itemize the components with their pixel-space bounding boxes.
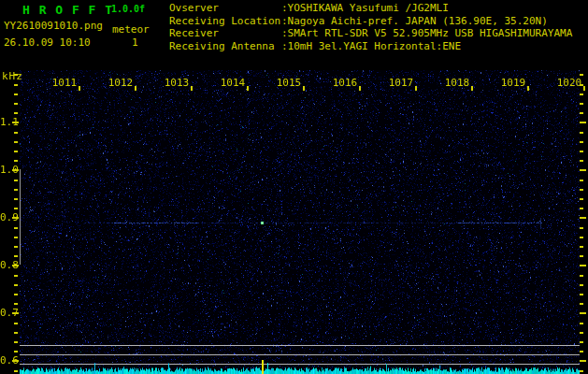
freq-tick-left	[14, 208, 18, 209]
freq-tick-left	[14, 351, 18, 352]
freq-tick-left	[14, 332, 18, 334]
info-row: Receiving Antenna:10mH 3el.YAGI Horizont…	[169, 40, 572, 53]
time-tick	[247, 86, 249, 91]
app-title: H R O F F T	[22, 3, 113, 17]
freq-tick-right	[580, 237, 583, 238]
freq-tick-left	[12, 122, 19, 123]
output-filename: YY2610091010.png	[4, 20, 103, 32]
time-tick-label: 1011	[46, 78, 83, 88]
time-tick-label: 1013	[158, 78, 195, 88]
freq-tick-left	[14, 303, 18, 305]
time-tick	[415, 86, 417, 91]
app-version: 1.0.0f	[111, 4, 145, 14]
time-tick	[527, 86, 529, 91]
info-label: Receiving Location	[169, 15, 281, 28]
time-tick	[303, 86, 305, 91]
info-label: Receiving Antenna	[169, 40, 281, 53]
time-tick-label: 1016	[326, 78, 364, 88]
time-tick-label: 1020	[551, 78, 588, 88]
time-tick	[191, 86, 193, 91]
time-tick-label: 1017	[382, 78, 420, 88]
time-tick	[583, 86, 585, 91]
time-tick-label: 1014	[214, 78, 251, 88]
freq-tick-right	[580, 303, 583, 305]
info-row: Receiving Location:Nagoya Aichi-pref. JA…	[169, 15, 572, 28]
info-value: :10mH 3el.YAGI Horizontal:ENE	[281, 40, 461, 52]
freq-tick-right	[580, 217, 586, 219]
freq-tick-right	[580, 227, 583, 229]
freq-tick-left	[14, 227, 18, 229]
freq-tick-left	[14, 237, 18, 238]
freq-tick-right	[580, 341, 583, 343]
info-value: :Nagoya Aichi-pref. JAPAN (136.90E, 35.2…	[281, 15, 548, 27]
time-tick	[135, 86, 136, 91]
freq-tick-right	[580, 112, 583, 114]
freq-tick-right	[580, 103, 583, 105]
freq-tick-left	[14, 132, 18, 134]
freq-tick-left	[14, 284, 18, 286]
freq-tick-left	[14, 323, 18, 324]
time-tick	[79, 86, 80, 91]
hrofft-screen: H R O F F T 1.0.0f YY2610091010.png mete…	[0, 0, 588, 374]
info-value: :SMArt RTL-SDR V5 52.905MHz USB HIGASHIM…	[281, 27, 572, 39]
freq-tick-right	[580, 94, 583, 95]
freq-tick-left	[14, 112, 18, 114]
freq-tick-right	[580, 74, 583, 76]
info-row: Ovserver:YOSHIKAWA Yasufumi /JG2MLI	[169, 2, 572, 15]
time-tick-label: 1015	[270, 78, 308, 88]
freq-tick-left	[12, 360, 19, 362]
freq-tick-left	[14, 151, 18, 152]
time-tick-label: 1019	[495, 78, 532, 88]
freq-tick-right	[580, 360, 586, 362]
freq-tick-left	[14, 94, 18, 95]
info-label: Ovserver	[169, 2, 281, 15]
freq-tick-left	[14, 160, 18, 162]
freq-tick-right	[580, 122, 586, 123]
info-value: :YOSHIKAWA Yasufumi /JG2MLI	[281, 2, 449, 14]
freq-tick-left	[12, 217, 19, 219]
freq-tick-right	[580, 265, 586, 266]
freq-tick-right	[580, 246, 583, 248]
meteor-count: 1	[132, 36, 138, 49]
freq-tick-left	[14, 141, 18, 143]
observation-info-block: Ovserver:YOSHIKAWA Yasufumi /JG2MLIRecei…	[169, 2, 572, 52]
info-row: Receiver:SMArt RTL-SDR V5 52.905MHz USB …	[169, 27, 572, 40]
freq-tick-right	[580, 312, 586, 314]
freq-tick-right	[580, 332, 583, 334]
time-tick	[359, 86, 361, 91]
freq-tick-right	[580, 294, 583, 295]
freq-tick-left	[12, 312, 19, 314]
freq-tick-right	[580, 151, 583, 152]
freq-tick-left	[14, 180, 18, 181]
freq-tick-right	[580, 323, 583, 324]
freq-tick-left	[14, 189, 18, 191]
freq-tick-left	[14, 341, 18, 343]
freq-tick-left	[12, 265, 19, 266]
freq-tick-right	[580, 208, 583, 209]
freq-tick-left	[14, 275, 18, 277]
freq-tick-right	[580, 275, 583, 277]
freq-tick-right	[580, 351, 583, 352]
freq-tick-left	[14, 370, 18, 372]
freq-tick-right	[580, 132, 583, 134]
freq-tick-right	[580, 198, 583, 200]
freq-tick-right	[580, 141, 583, 143]
time-tick-label: 1018	[438, 78, 476, 88]
freq-tick-right	[580, 189, 583, 191]
freq-tick-right	[580, 160, 583, 162]
freq-tick-left	[14, 74, 18, 76]
freq-tick-right	[580, 180, 583, 181]
info-label: Receiver	[169, 27, 281, 40]
khz-axis-label: kHz	[2, 70, 23, 82]
freq-tick-left	[14, 103, 18, 105]
time-tick-label: 1012	[102, 78, 139, 88]
freq-tick-right	[580, 255, 583, 257]
spectrogram-canvas	[20, 70, 580, 374]
freq-tick-left	[14, 84, 18, 86]
freq-tick-left	[14, 255, 18, 257]
freq-tick-right	[580, 284, 583, 286]
freq-tick-left	[14, 294, 18, 295]
freq-tick-left	[14, 198, 18, 200]
freq-tick-right	[580, 169, 586, 171]
observation-datetime: 26.10.09 10:10	[4, 36, 91, 49]
